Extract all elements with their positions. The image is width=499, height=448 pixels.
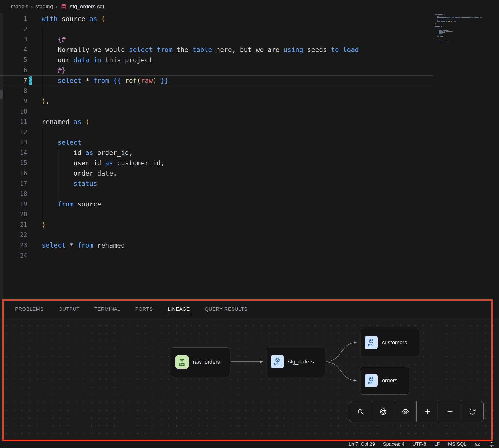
breadcrumb-file[interactable]: stg_orders.sql <box>70 3 104 10</box>
code-line-9[interactable]: 9), <box>0 96 499 106</box>
code-text: select * from {{ ref(raw) }} <box>42 77 169 84</box>
panel-tab-query-results[interactable]: QUERY RESULTS <box>205 305 248 314</box>
code-line-8[interactable]: 8 <box>0 86 499 96</box>
breadcrumb-item-models[interactable]: models <box>11 3 28 10</box>
code-line-23[interactable]: 23select * from renamed <box>0 240 499 250</box>
code-line-2[interactable]: 2 <box>0 24 499 34</box>
panel-tab-bar: PROBLEMSOUTPUTTERMINALPORTSLINEAGEQUERY … <box>0 300 499 318</box>
panel-tab-output[interactable]: OUTPUT <box>58 305 80 314</box>
code-line-21[interactable]: 21) <box>0 220 499 230</box>
refresh-icon <box>469 408 476 415</box>
breadcrumb-item-staging[interactable]: staging <box>35 3 53 10</box>
code-line-20[interactable]: 20 <box>0 209 499 220</box>
bottom-panel: PROBLEMSOUTPUTTERMINALPORTSLINEAGEQUERY … <box>0 300 499 440</box>
eye-icon <box>402 408 409 415</box>
search-button[interactable] <box>349 401 372 422</box>
seed-icon: SED <box>175 355 189 369</box>
line-number: 9 <box>0 98 27 105</box>
code-line-5[interactable]: 5 our data in this project <box>0 55 499 65</box>
node-badge: SED <box>179 363 185 366</box>
copilot-icon[interactable] <box>474 441 481 447</box>
node-badge: MDL <box>368 344 375 347</box>
code-text: {#- <box>42 36 70 43</box>
code-text: #} <box>42 67 66 74</box>
code-line-13[interactable]: 13 select <box>0 137 499 148</box>
code-line-11[interactable]: 11renamed as ( <box>0 117 499 127</box>
code-editor[interactable]: 1with source as (23 {#-4 Normally we wou… <box>0 13 499 300</box>
code-line-15[interactable]: 15 user_id as customer_id, <box>0 158 499 168</box>
node-label: customers <box>382 339 407 346</box>
line-number: 12 <box>0 129 27 136</box>
lineage-node-raw_orders[interactable]: SEDraw_orders <box>171 347 230 376</box>
panel-tab-ports[interactable]: PORTS <box>135 305 153 314</box>
modified-line-marker <box>29 76 32 85</box>
node-badge: MDL <box>368 382 375 385</box>
refresh-button[interactable] <box>461 401 483 422</box>
status-indentation[interactable]: Spaces: 4 <box>383 441 405 447</box>
panel-tab-lineage[interactable]: LINEAGE <box>167 305 190 314</box>
line-number: 21 <box>0 221 27 228</box>
code-line-19[interactable]: 19 from source <box>0 199 499 209</box>
code-line-4[interactable]: 4 Normally we would select from the tabl… <box>0 45 499 55</box>
code-line-12[interactable]: 12 <box>0 127 499 137</box>
breadcrumb-separator: › <box>56 3 58 10</box>
status-eol[interactable]: LF <box>434 441 440 447</box>
code-line-16[interactable]: 16 order_date, <box>0 168 499 178</box>
line-number: 10 <box>0 108 27 115</box>
lineage-node-customers[interactable]: MDLcustomers <box>360 328 419 357</box>
code-line-6[interactable]: 6 #} <box>0 65 499 75</box>
line-number: 16 <box>0 170 27 177</box>
zoom-out-button[interactable] <box>439 401 461 422</box>
node-label: orders <box>382 377 397 384</box>
line-number: 23 <box>0 242 27 249</box>
line-number: 22 <box>0 232 27 238</box>
aperture-button[interactable] <box>372 401 394 422</box>
breadcrumb-separator: › <box>31 3 33 10</box>
line-number: 20 <box>0 211 27 218</box>
code-line-14[interactable]: 14 id as order_id, <box>0 148 499 158</box>
edge-stg_orders-orders <box>326 362 356 381</box>
lineage-node-orders[interactable]: MDLorders <box>360 367 409 395</box>
code-lines[interactable]: 1with source as (23 {#-4 Normally we wou… <box>0 14 499 261</box>
aperture-icon <box>379 408 387 415</box>
panel-tab-problems[interactable]: PROBLEMS <box>15 305 44 314</box>
notifications-bell-icon[interactable] <box>489 441 494 447</box>
code-line-18[interactable]: 18 <box>0 189 499 199</box>
code-line-1[interactable]: 1with source as ( <box>0 14 499 24</box>
line-number: 2 <box>0 26 27 33</box>
breadcrumb: models › staging › stg_orders.sql <box>0 0 499 13</box>
database-icon <box>61 4 67 10</box>
panel-tab-terminal[interactable]: TERMINAL <box>94 305 121 314</box>
code-line-17[interactable]: 17 status <box>0 178 499 189</box>
code-text: status <box>42 180 97 187</box>
code-line-3[interactable]: 3 {#- <box>0 34 499 45</box>
code-line-24[interactable]: 24 <box>0 250 499 261</box>
status-language-mode[interactable]: MS SQL <box>448 441 466 447</box>
lineage-node-stg_orders[interactable]: MDLstg_orders <box>266 347 325 376</box>
line-number: 8 <box>0 87 27 94</box>
search-icon <box>357 408 364 415</box>
code-text: order_date, <box>42 170 117 177</box>
line-number: 13 <box>0 139 27 146</box>
code-text: user_id as customer_id, <box>42 159 165 167</box>
node-label: stg_orders <box>288 359 314 365</box>
code-text: renamed as ( <box>42 118 89 126</box>
zoom-in-button[interactable] <box>416 401 439 422</box>
model-icon: MDL <box>365 374 378 387</box>
eye-button[interactable] <box>394 401 416 422</box>
lineage-canvas[interactable]: SEDraw_ordersMDLstg_ordersMDLcustomersMD… <box>0 318 499 440</box>
model-icon: MDL <box>271 355 284 368</box>
code-text: select <box>42 139 81 146</box>
code-text: with source as ( <box>42 15 105 23</box>
minimap[interactable] <box>435 14 485 43</box>
code-line-22[interactable]: 22 <box>0 230 499 240</box>
code-line-7[interactable]: 7 select * from {{ ref(raw) }} <box>0 75 499 86</box>
lineage-toolbar <box>349 401 484 422</box>
status-cursor-position[interactable]: Ln 7, Col 29 <box>348 441 375 447</box>
edge-stg_orders-customers <box>326 343 356 361</box>
status-encoding[interactable]: UTF-8 <box>413 441 426 447</box>
model-icon: MDL <box>365 336 378 349</box>
lineage-edges <box>0 318 499 440</box>
code-line-10[interactable]: 10 <box>0 106 499 117</box>
line-number: 11 <box>0 118 27 125</box>
